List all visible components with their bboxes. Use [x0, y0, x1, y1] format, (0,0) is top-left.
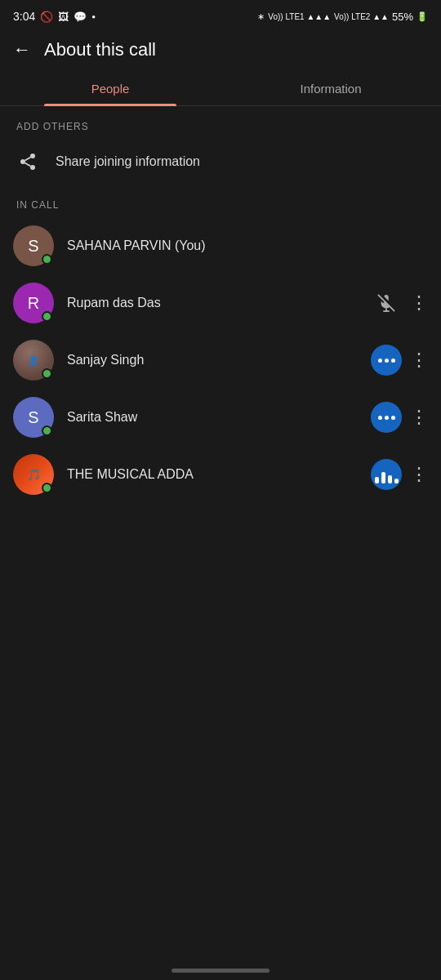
bottom-nav-bar	[0, 960, 441, 980]
actions-sarita: ⋮	[371, 402, 428, 433]
wave-dot	[385, 359, 389, 363]
avatar-wrap-sahana: S	[13, 225, 54, 266]
person-name-sarita: Sarita Shaw	[67, 410, 358, 425]
avatar-wrap-sarita: S	[13, 397, 54, 438]
person-row: S SAHANA PARVIN (You)	[0, 217, 441, 274]
bar	[388, 475, 392, 483]
battery-icon: 🔋	[416, 11, 428, 22]
wave-dot	[378, 416, 382, 420]
person-row: 🎵 THE MUSICAL ADDA ⋮	[0, 446, 441, 503]
share-text: Share joining information	[56, 154, 200, 169]
online-indicator-sahana	[42, 254, 52, 265]
bar	[381, 472, 385, 483]
more-options-sarita[interactable]: ⋮	[410, 408, 428, 426]
person-name-rupam: Rupam das Das	[67, 296, 358, 310]
share-joining-button[interactable]: Share joining information	[0, 139, 441, 185]
person-row: S Sarita Shaw ⋮	[0, 389, 441, 446]
time-display: 3:04	[13, 10, 35, 23]
person-row: R Rupam das Das ⋮	[0, 274, 441, 332]
home-indicator	[172, 969, 270, 973]
bar	[394, 479, 399, 483]
more-options-rupam[interactable]: ⋮	[410, 294, 428, 312]
in-call-label: IN CALL	[0, 185, 441, 217]
signal-icon-1: Vo)) LTE1 ▲▲▲	[268, 12, 331, 21]
wave-dot	[391, 359, 395, 363]
wave-dot	[378, 359, 382, 363]
status-bar: 3:04 🚫 🖼 💬 ● ∗ Vo)) LTE1 ▲▲▲ Vo)) LTE2 ▲…	[0, 0, 441, 29]
battery-display: 55%	[392, 11, 413, 23]
more-options-musical[interactable]: ⋮	[410, 466, 428, 483]
tab-people[interactable]: People	[0, 70, 220, 105]
signal-icon-2: Vo)) LTE2 ▲▲	[334, 12, 389, 21]
add-others-label: ADD OTHERS	[0, 106, 441, 139]
speaking-indicator-musical	[371, 459, 402, 490]
person-name-musical: THE MUSICAL ADDA	[67, 467, 358, 482]
back-button[interactable]: ←	[13, 39, 31, 60]
svg-point-2	[30, 165, 35, 170]
online-indicator-sarita	[42, 425, 52, 436]
status-right-icons: ∗ Vo)) LTE1 ▲▲▲ Vo)) LTE2 ▲▲ 55% 🔋	[257, 11, 428, 23]
bluetooth-icon: ∗	[257, 11, 265, 22]
image-icon: 🖼	[58, 11, 69, 23]
svg-line-3	[25, 163, 31, 167]
dot-icon: ●	[91, 13, 96, 20]
actions-musical: ⋮	[371, 459, 428, 490]
online-indicator-musical	[42, 483, 52, 493]
page-title: About this call	[44, 39, 156, 60]
share-icon	[16, 150, 39, 173]
online-indicator-rupam	[42, 311, 52, 322]
whatsapp-icon: 💬	[74, 11, 87, 23]
tab-bar: People Information	[0, 70, 441, 106]
person-row: 👤 Sanjay Singh ⋮	[0, 332, 441, 389]
more-options-sanjay[interactable]: ⋮	[410, 351, 428, 369]
speaking-indicator-sarita	[371, 402, 402, 433]
wave-dot	[385, 416, 389, 420]
status-time-area: 3:04 🚫 🖼 💬 ●	[13, 10, 96, 23]
wave-dot	[391, 416, 395, 420]
svg-point-0	[30, 154, 35, 158]
actions-sanjay: ⋮	[371, 345, 428, 376]
avatar-wrap-musical: 🎵	[13, 454, 54, 495]
page-header: ← About this call	[0, 29, 441, 70]
actions-rupam: ⋮	[371, 287, 428, 318]
person-name-sahana: SAHANA PARVIN (You)	[67, 238, 428, 253]
speaking-indicator-sanjay	[371, 345, 402, 376]
svg-point-1	[20, 159, 25, 164]
person-name-sanjay: Sanjay Singh	[67, 353, 358, 368]
cam-off-icon: 🚫	[40, 11, 53, 23]
mute-button-rupam[interactable]	[371, 287, 402, 318]
tab-information[interactable]: Information	[220, 70, 441, 105]
avatar-wrap-rupam: R	[13, 283, 54, 323]
svg-line-4	[25, 158, 31, 161]
online-indicator-sanjay	[42, 368, 52, 379]
bar	[375, 477, 379, 483]
avatar-wrap-sanjay: 👤	[13, 340, 54, 381]
